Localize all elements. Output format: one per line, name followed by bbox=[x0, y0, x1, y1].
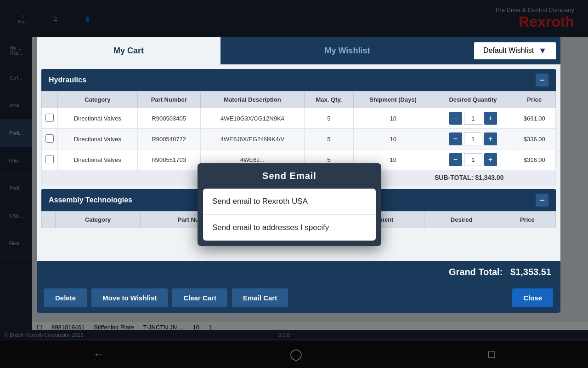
row1-max-qty: 5 bbox=[305, 108, 354, 129]
wishlist-dropdown-button[interactable]: Default Wishlist ▼ bbox=[474, 42, 556, 59]
row2-category: Directional Valves bbox=[58, 129, 138, 150]
row1-qty-decrease[interactable]: − bbox=[449, 112, 462, 125]
row2-shipment: 10 bbox=[353, 129, 433, 150]
asm-col-price: Price bbox=[499, 212, 555, 228]
row2-price: $336.00 bbox=[513, 129, 556, 150]
row1-qty-input[interactable] bbox=[464, 112, 482, 125]
email-cart-button[interactable]: Email Cart bbox=[232, 288, 288, 307]
asm-col-desired: Desired bbox=[424, 212, 499, 228]
row2-qty-decrease[interactable]: − bbox=[449, 132, 462, 145]
row2-qty-increase[interactable]: + bbox=[484, 132, 497, 145]
row3-price: $316.00 bbox=[513, 150, 556, 170]
col-description: Material Description bbox=[200, 92, 304, 108]
send-email-custom-option[interactable]: Send email to addresses I specify bbox=[203, 215, 376, 241]
row3-qty-increase[interactable]: + bbox=[484, 153, 497, 166]
subtotal-label: SUB-TOTAL: bbox=[435, 174, 473, 181]
grand-total-value: $1,353.51 bbox=[510, 267, 551, 277]
assembly-collapse-button[interactable]: − bbox=[536, 194, 548, 207]
send-email-popup: Send Email Send email to Rexroth USA Sen… bbox=[198, 163, 381, 246]
col-category: Category bbox=[58, 92, 138, 108]
row1-category: Directional Valves bbox=[58, 108, 138, 129]
col-shipment: Shipment (Days) bbox=[353, 92, 433, 108]
row3-part-number: R900551703 bbox=[137, 150, 200, 170]
row3-qty-decrease[interactable]: − bbox=[449, 153, 462, 166]
row1-qty-increase[interactable]: + bbox=[484, 112, 497, 125]
close-button[interactable]: Close bbox=[512, 288, 553, 307]
table-row: Directional Valves R900548772 4WE6J6X/EG… bbox=[42, 129, 556, 150]
asm-col-category: Category bbox=[56, 212, 141, 228]
grand-total-bar: Grand Total: $1,353.51 bbox=[37, 261, 560, 283]
table-row: Directional Valves R900503405 4WE10G3X/C… bbox=[42, 108, 556, 129]
row1-price: $691.00 bbox=[513, 108, 556, 129]
tab-my-wishlist-label: My Wishlist bbox=[325, 46, 370, 56]
row1-part-number: R900503405 bbox=[137, 108, 200, 129]
modal-footer: Delete Move to Wishlist Clear Cart Email… bbox=[37, 283, 560, 313]
chevron-down-icon: ▼ bbox=[538, 46, 547, 56]
hydraulics-collapse-button[interactable]: − bbox=[536, 74, 548, 86]
row2-qty-control: − + bbox=[437, 132, 509, 145]
row1-checkbox[interactable] bbox=[45, 114, 54, 122]
assembly-title: Assembly Technologies bbox=[49, 196, 132, 204]
send-email-options: Send email to Rexroth USA Send email to … bbox=[203, 189, 376, 241]
wishlist-dropdown-label: Default Wishlist bbox=[483, 46, 534, 55]
col-part-number: Part Number bbox=[137, 92, 200, 108]
row2-part-number: R900548772 bbox=[137, 129, 200, 150]
tab-my-wishlist[interactable]: My Wishlist bbox=[220, 37, 474, 64]
delete-button[interactable]: Delete bbox=[44, 288, 87, 307]
row1-description: 4WE10G3X/CG12N9K4 bbox=[200, 108, 304, 129]
row1-shipment: 10 bbox=[353, 108, 433, 129]
tab-my-cart[interactable]: My Cart bbox=[37, 37, 220, 64]
col-price: Price bbox=[513, 92, 556, 108]
send-email-title: Send Email bbox=[198, 163, 381, 189]
modal-tabs: My Cart My Wishlist Default Wishlist ▼ bbox=[37, 37, 560, 64]
clear-cart-button[interactable]: Clear Cart bbox=[172, 288, 227, 307]
move-to-wishlist-button[interactable]: Move to Wishlist bbox=[91, 288, 168, 307]
col-select bbox=[42, 92, 58, 108]
row2-qty-input[interactable] bbox=[464, 132, 482, 145]
row3-qty-control: − + bbox=[437, 153, 509, 166]
asm-col-select bbox=[42, 212, 56, 228]
send-email-rexroth-option[interactable]: Send email to Rexroth USA bbox=[203, 189, 376, 215]
grand-total-label: Grand Total: bbox=[449, 267, 503, 277]
row2-description: 4WE6J6X/EG24N9K4/V bbox=[200, 129, 304, 150]
hydraulics-title: Hydraulics bbox=[49, 76, 86, 84]
row2-max-qty: 5 bbox=[305, 129, 354, 150]
row3-category: Directional Valves bbox=[58, 150, 138, 170]
row3-qty-input[interactable] bbox=[464, 153, 482, 166]
row1-qty-control: − + bbox=[437, 112, 509, 125]
row3-checkbox[interactable] bbox=[45, 155, 54, 163]
subtotal-value: $1,343.00 bbox=[475, 174, 503, 181]
col-max-qty: Max. Qty. bbox=[305, 92, 354, 108]
col-desired-qty: Desired Quantity bbox=[433, 92, 513, 108]
hydraulics-header: Hydraulics − bbox=[41, 69, 556, 91]
tab-my-cart-label: My Cart bbox=[113, 46, 144, 56]
wishlist-dropdown-area: Default Wishlist ▼ bbox=[474, 37, 556, 64]
row2-checkbox[interactable] bbox=[45, 134, 54, 143]
